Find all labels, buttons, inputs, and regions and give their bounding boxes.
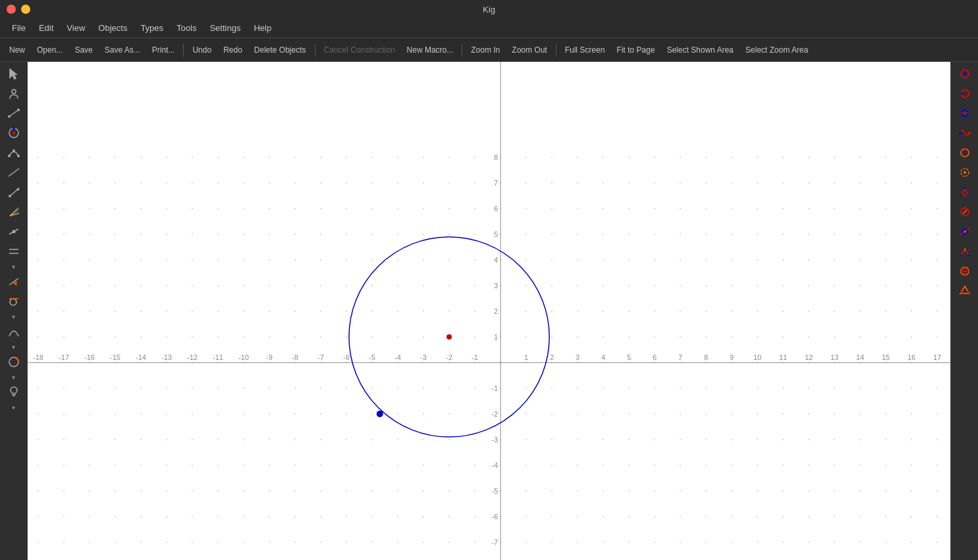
right-toolbar	[950, 62, 978, 560]
rt-btn-7[interactable]	[954, 183, 976, 201]
svg-point-9	[13, 149, 15, 152]
lt-dropdown-2[interactable]: ▾	[3, 312, 25, 321]
menu-item-objects[interactable]: Objects	[92, 22, 134, 34]
svg-point-46	[964, 188, 965, 190]
left-toolbar: ▾ ▾ ▾	[0, 62, 28, 560]
toolbar: NewOpen...SaveSave As...Print...UndoRedo…	[0, 38, 978, 62]
toolbar-separator-12	[556, 43, 557, 57]
rt-btn-11[interactable]	[954, 262, 976, 280]
menu-item-settings[interactable]: Settings	[203, 22, 247, 34]
svg-point-54	[964, 249, 965, 251]
lt-line[interactable]	[3, 163, 25, 182]
toolbar-separator-5	[183, 43, 184, 57]
menu-item-help[interactable]: Help	[247, 22, 278, 34]
svg-point-33	[961, 89, 969, 97]
toolbar-btn-delete-objects[interactable]: Delete Objects	[249, 43, 312, 57]
svg-point-34	[960, 93, 962, 95]
svg-point-19	[12, 230, 15, 234]
menubar: FileEditViewObjectsTypesToolsSettingsHel…	[0, 18, 978, 38]
svg-point-35	[967, 93, 969, 95]
titlebar: Kig	[0, 0, 978, 18]
minimize-button[interactable]	[21, 5, 30, 14]
svg-point-2	[8, 115, 11, 118]
svg-point-44	[960, 195, 962, 197]
toolbar-btn-full-screen[interactable]: Full Screen	[560, 43, 611, 57]
rt-btn-3[interactable]	[954, 104, 976, 122]
lt-angle-bisect[interactable]	[3, 203, 25, 221]
toolbar-btn-save[interactable]: Save	[69, 43, 97, 57]
svg-point-5	[13, 132, 15, 134]
close-button[interactable]	[7, 5, 16, 14]
rt-btn-6[interactable]	[954, 163, 976, 182]
rt-btn-9[interactable]	[954, 222, 976, 241]
toolbar-btn-undo[interactable]: Undo	[187, 43, 217, 57]
svg-point-0	[12, 89, 16, 93]
lt-dropdown-4[interactable]: ▾	[3, 372, 25, 382]
lt-ray[interactable]	[3, 183, 25, 201]
toolbar-btn-new-macro---[interactable]: New Macro...	[402, 43, 459, 57]
rt-btn-5[interactable]	[954, 143, 976, 162]
lt-circle[interactable]	[3, 124, 25, 142]
toolbar-separator-8	[315, 43, 315, 57]
svg-point-59	[960, 291, 963, 293]
svg-line-1	[9, 110, 18, 116]
svg-point-45	[967, 195, 969, 197]
svg-point-53	[967, 255, 969, 257]
toolbar-btn-cancel-construction: Cancel Construction	[319, 43, 400, 57]
svg-point-3	[17, 109, 20, 111]
main: ▾ ▾ ▾	[0, 62, 978, 560]
svg-line-48	[963, 210, 967, 214]
grid-canvas	[28, 62, 950, 560]
lt-parallel[interactable]	[3, 242, 25, 261]
window-controls	[7, 5, 30, 14]
rt-btn-1[interactable]	[954, 64, 976, 83]
svg-point-52	[960, 255, 962, 257]
lt-dropdown-3[interactable]: ▾	[3, 342, 25, 351]
toolbar-btn-print---[interactable]: Print...	[147, 43, 180, 57]
rt-btn-4[interactable]	[954, 124, 976, 142]
menu-item-edit[interactable]: Edit	[32, 22, 60, 34]
svg-point-38	[959, 132, 962, 134]
svg-point-25	[10, 299, 16, 305]
lt-perpendicular[interactable]	[3, 272, 25, 291]
toolbar-btn-zoom-out[interactable]: Zoom Out	[506, 43, 552, 57]
app-title: Kig	[483, 5, 495, 14]
menu-item-types[interactable]: Types	[134, 22, 170, 34]
svg-point-51	[964, 231, 965, 233]
menu-item-view[interactable]: View	[60, 22, 92, 34]
svg-point-60	[967, 291, 969, 293]
lt-more[interactable]	[3, 383, 25, 401]
svg-point-7	[8, 155, 11, 157]
canvas-area[interactable]	[28, 62, 950, 560]
lt-cursor[interactable]	[3, 64, 25, 83]
lt-dropdown-5[interactable]: ▾	[3, 403, 25, 412]
toolbar-separator-10	[462, 43, 462, 57]
lt-segment[interactable]	[3, 104, 25, 122]
lt-conic[interactable]	[3, 322, 25, 341]
toolbar-btn-save-as---[interactable]: Save As...	[99, 43, 146, 57]
toolbar-btn-select-shown-area[interactable]: Select Shown Area	[661, 43, 738, 57]
lt-midpoint[interactable]	[3, 222, 25, 241]
toolbar-btn-select-zoom-area[interactable]: Select Zoom Area	[740, 43, 813, 57]
svg-point-41	[964, 148, 966, 151]
rt-btn-8[interactable]	[954, 203, 976, 221]
svg-point-28	[11, 387, 17, 394]
lt-point[interactable]	[3, 84, 25, 103]
toolbar-btn-redo[interactable]: Redo	[218, 43, 248, 57]
svg-point-12	[9, 195, 11, 197]
lt-arc[interactable]	[3, 143, 25, 162]
lt-transform[interactable]	[3, 353, 25, 371]
svg-point-6	[13, 127, 15, 130]
toolbar-btn-open---[interactable]: Open...	[32, 43, 68, 57]
toolbar-btn-zoom-in[interactable]: Zoom In	[466, 43, 505, 57]
rt-btn-2[interactable]	[954, 84, 976, 103]
svg-point-39	[968, 132, 971, 134]
menu-item-tools[interactable]: Tools	[170, 22, 203, 34]
rt-btn-10[interactable]	[954, 242, 976, 261]
lt-dropdown-1[interactable]: ▾	[3, 262, 25, 271]
toolbar-btn-fit-to-page[interactable]: Fit to Page	[611, 43, 660, 57]
rt-btn-12[interactable]	[954, 282, 976, 300]
lt-tangent[interactable]	[3, 292, 25, 311]
toolbar-btn-new[interactable]: New	[4, 43, 30, 57]
menu-item-file[interactable]: File	[5, 22, 32, 34]
